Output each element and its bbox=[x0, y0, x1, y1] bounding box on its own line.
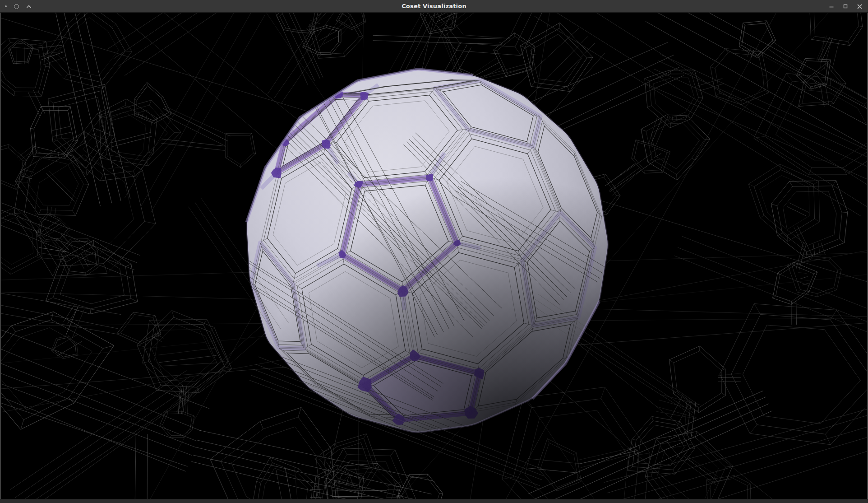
close-button[interactable] bbox=[857, 4, 863, 9]
caret-up-icon[interactable] bbox=[26, 5, 32, 9]
app-dot-icon bbox=[5, 5, 7, 7]
coset-sphere bbox=[221, 69, 608, 475]
coset-scene-canvas[interactable] bbox=[1, 13, 867, 499]
3d-viewport[interactable] bbox=[0, 13, 868, 499]
record-circle-icon[interactable] bbox=[14, 4, 19, 9]
minimize-button[interactable] bbox=[829, 4, 834, 9]
titlebar[interactable]: Coset Visualization bbox=[0, 0, 868, 13]
bottom-border bbox=[0, 499, 868, 503]
maximize-button[interactable] bbox=[843, 4, 848, 9]
window-title: Coset Visualization bbox=[402, 3, 466, 9]
